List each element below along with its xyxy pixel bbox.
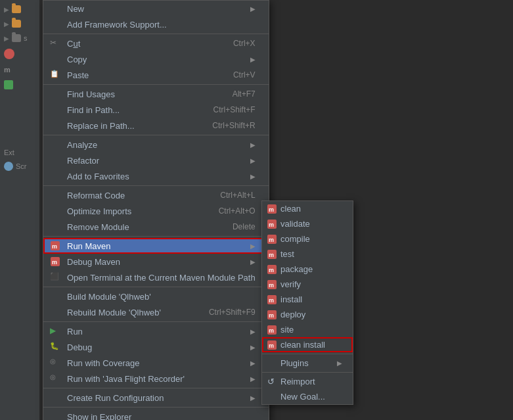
maven-goal-icon: m	[267, 340, 277, 350]
reimport-icon: ↺	[267, 377, 277, 386]
menu-label: Open Terminal at the Current Maven Modul…	[67, 273, 256, 283]
submenu-label: deploy	[280, 310, 305, 319]
menu-item-analyze[interactable]: Analyze ▶	[43, 137, 269, 152]
menu-label: Copy	[67, 55, 241, 64]
menu-item-show-explorer[interactable]: Show in Explorer	[43, 409, 269, 420]
menu-label: Analyze	[67, 140, 241, 150]
run-icon: ▶	[50, 326, 60, 337]
submenu-item-new-goal[interactable]: New Goal...	[262, 389, 353, 404]
menu-item-new[interactable]: New ▶	[43, 1, 269, 16]
svg-text:m: m	[269, 282, 274, 289]
menu-item-debug-maven[interactable]: m Debug Maven ▶	[43, 254, 269, 269]
submenu-item-site[interactable]: m site	[262, 322, 353, 337]
arrow-right-icon: ▶	[250, 258, 256, 266]
menu-item-refactor[interactable]: Refactor ▶	[43, 152, 269, 168]
menu-label: Run Maven	[67, 241, 241, 251]
menu-item-remove-module[interactable]: Remove Module Delete	[43, 219, 269, 235]
menu-item-build-module[interactable]: Build Module 'Qlhweb'	[43, 289, 269, 304]
menu-label: Remove Module	[67, 222, 213, 232]
menu-separator	[43, 34, 269, 34]
submenu-label: validate	[280, 219, 310, 229]
submenu-item-verify[interactable]: m verify	[262, 277, 353, 292]
menu-item-create-run[interactable]: Create Run Configuration ▶	[43, 390, 269, 406]
arrow-right-icon: ▶	[250, 375, 256, 383]
sidebar-item-1: ▶	[0, 3, 39, 16]
submenu-label: New Goal...	[280, 392, 325, 402]
menu-item-coverage[interactable]: ◎ Run with Coverage ▶	[43, 355, 269, 371]
menu-label: Debug Maven	[67, 257, 241, 267]
placeholder-icon	[50, 190, 60, 200]
arrow-right-icon: ▶	[250, 157, 256, 164]
sidebar-item-6	[0, 78, 39, 92]
menu-item-debug[interactable]: 🐛 Debug ▶	[43, 339, 269, 355]
maven-debug-icon: m	[50, 256, 60, 267]
m-label: m	[4, 66, 11, 74]
menu-item-paste[interactable]: 📋 Paste Ctrl+V	[43, 67, 269, 83]
terminal-icon: ⬛	[50, 272, 60, 283]
flight-icon: ◎	[50, 373, 60, 384]
arrow-right-icon: ▶	[250, 173, 256, 180]
folder-icon	[12, 34, 21, 42]
menu-item-find-usages[interactable]: Find Usages Alt+F7	[43, 86, 269, 102]
submenu-item-compile[interactable]: m compile	[262, 231, 353, 246]
menu-item-optimize[interactable]: Optimize Imports Ctrl+Alt+O	[43, 203, 269, 219]
maven-goal-icon: m	[267, 310, 277, 319]
shortcut-label: Ctrl+Shift+R	[212, 121, 255, 130]
menu-item-add-framework[interactable]: Add Framework Support...	[43, 16, 269, 32]
menu-item-replace-path[interactable]: Replace in Path... Ctrl+Shift+R	[43, 118, 269, 133]
menu-item-flight[interactable]: ◎ Run with 'Java Flight Recorder' ▶	[43, 371, 269, 386]
menu-item-find-path[interactable]: Find in Path... Ctrl+Shift+F	[43, 102, 269, 118]
menu-label: Rebuild Module 'Qlhweb'	[67, 308, 189, 317]
svg-text:m: m	[269, 327, 274, 334]
menu-separator	[43, 84, 269, 85]
menu-item-run[interactable]: ▶ Run ▶	[43, 323, 269, 339]
submenu-item-package[interactable]: m package	[262, 262, 353, 277]
shortcut-label: Alt+F7	[233, 89, 256, 99]
placeholder-icon	[50, 19, 60, 30]
menu-label: Refactor	[67, 156, 241, 166]
debug-icon: 🐛	[50, 342, 60, 352]
svg-text:m: m	[269, 206, 274, 213]
shortcut-label: Delete	[233, 222, 256, 231]
menu-label: Add to Favorites	[67, 172, 241, 181]
submenu-item-validate[interactable]: m validate	[262, 216, 353, 231]
svg-text:m: m	[52, 243, 57, 250]
submenu-item-clean-install[interactable]: m clean install	[262, 337, 353, 352]
maven-svg: m	[51, 241, 60, 250]
submenu-label: compile	[280, 234, 310, 244]
maven-submenu: m clean m validate m compile m test m pa…	[261, 200, 353, 405]
menu-item-copy[interactable]: Copy ▶	[43, 51, 269, 67]
menu-item-open-terminal-maven[interactable]: ⬛ Open Terminal at the Current Maven Mod…	[43, 269, 269, 285]
scissors-icon: ✂	[50, 38, 60, 49]
placeholder-icon	[50, 155, 60, 166]
sidebar-item-4	[0, 46, 39, 62]
green-icon	[4, 80, 13, 89]
submenu-item-test[interactable]: m test	[262, 246, 353, 262]
submenu-separator	[262, 372, 353, 373]
arrow-icon: ▶	[4, 35, 9, 42]
placeholder-icon	[50, 105, 60, 115]
menu-item-run-maven[interactable]: m Run Maven ▶	[43, 238, 269, 254]
submenu-item-clean[interactable]: m clean	[262, 201, 353, 216]
submenu-label: clean install	[280, 340, 325, 350]
placeholder-icon	[50, 171, 60, 181]
submenu-item-plugins[interactable]: Plugins ▶	[262, 356, 353, 371]
menu-separator	[43, 321, 269, 322]
sidebar-bottom: Ext Scr	[0, 146, 39, 174]
shortcut-label: Ctrl+Shift+F9	[209, 308, 256, 317]
menu-item-reformat[interactable]: Reformat Code Ctrl+Alt+L	[43, 187, 269, 203]
menu-item-favorites[interactable]: Add to Favorites ▶	[43, 168, 269, 184]
svg-text:m: m	[269, 312, 274, 319]
menu-label: Reformat Code	[67, 191, 200, 200]
menu-item-rebuild-module[interactable]: Rebuild Module 'Qlhweb' Ctrl+Shift+F9	[43, 304, 269, 320]
menu-label: Paste	[67, 70, 213, 80]
submenu-item-install[interactable]: m install	[262, 292, 353, 307]
shortcut-label: Ctrl+Alt+L	[220, 191, 255, 200]
submenu-item-deploy[interactable]: m deploy	[262, 307, 353, 322]
menu-separator	[43, 287, 269, 287]
svg-text:m: m	[269, 342, 274, 349]
submenu-item-reimport[interactable]: ↺ Reimport	[262, 374, 353, 389]
arrow-right-icon: ▶	[250, 243, 256, 250]
menu-separator	[43, 236, 269, 237]
menu-item-cut[interactable]: ✂ Cut Ctrl+X	[43, 35, 269, 51]
